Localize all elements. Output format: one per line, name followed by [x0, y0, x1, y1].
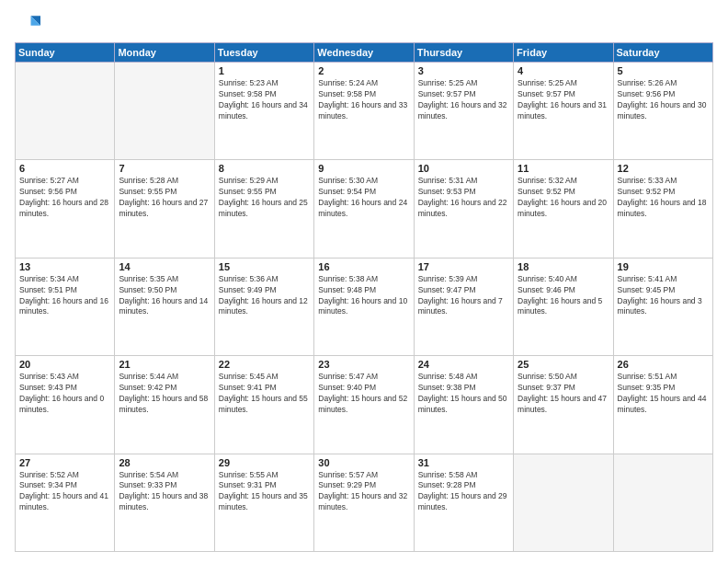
calendar-cell: 2Sunrise: 5:24 AMSunset: 9:58 PMDaylight…: [314, 63, 414, 160]
day-info: Sunrise: 5:32 AMSunset: 9:52 PMDaylight:…: [518, 176, 609, 220]
day-number: 10: [418, 163, 509, 174]
day-header-tuesday: Tuesday: [214, 43, 313, 63]
day-header-wednesday: Wednesday: [314, 43, 414, 63]
day-number: 8: [219, 163, 310, 174]
calendar-cell: 15Sunrise: 5:36 AMSunset: 9:49 PMDayligh…: [214, 258, 313, 355]
day-info: Sunrise: 5:36 AMSunset: 9:49 PMDaylight:…: [219, 274, 310, 318]
calendar-cell: 4Sunrise: 5:25 AMSunset: 9:57 PMDaylight…: [514, 63, 613, 160]
day-number: 27: [19, 457, 110, 468]
day-header-friday: Friday: [514, 43, 613, 63]
day-info: Sunrise: 5:23 AMSunset: 9:58 PMDaylight:…: [219, 78, 310, 122]
day-info: Sunrise: 5:31 AMSunset: 9:53 PMDaylight:…: [418, 176, 509, 220]
day-number: 30: [318, 457, 409, 468]
day-info: Sunrise: 5:27 AMSunset: 9:56 PMDaylight:…: [19, 176, 110, 220]
calendar-cell: 12Sunrise: 5:33 AMSunset: 9:52 PMDayligh…: [613, 160, 712, 258]
day-number: 13: [19, 261, 110, 272]
day-number: 19: [618, 261, 709, 272]
day-number: 24: [418, 359, 509, 370]
day-info: Sunrise: 5:33 AMSunset: 9:52 PMDaylight:…: [618, 176, 709, 220]
day-info: Sunrise: 5:48 AMSunset: 9:38 PMDaylight:…: [418, 372, 509, 416]
calendar-cell: 10Sunrise: 5:31 AMSunset: 9:53 PMDayligh…: [414, 160, 513, 258]
week-row-0: 1Sunrise: 5:23 AMSunset: 9:58 PMDaylight…: [16, 63, 713, 160]
day-info: Sunrise: 5:47 AMSunset: 9:40 PMDaylight:…: [318, 372, 409, 416]
day-number: 29: [219, 457, 310, 468]
day-number: 14: [119, 261, 210, 272]
calendar-cell: 24Sunrise: 5:48 AMSunset: 9:38 PMDayligh…: [414, 356, 513, 454]
day-info: Sunrise: 5:58 AMSunset: 9:28 PMDaylight:…: [418, 470, 509, 514]
calendar-cell: 18Sunrise: 5:40 AMSunset: 9:46 PMDayligh…: [514, 258, 613, 355]
day-number: 28: [119, 457, 210, 468]
week-row-1: 6Sunrise: 5:27 AMSunset: 9:56 PMDaylight…: [16, 160, 713, 258]
day-info: Sunrise: 5:30 AMSunset: 9:54 PMDaylight:…: [318, 176, 409, 220]
calendar-cell: [514, 454, 613, 551]
day-info: Sunrise: 5:52 AMSunset: 9:34 PMDaylight:…: [19, 470, 110, 514]
day-info: Sunrise: 5:26 AMSunset: 9:56 PMDaylight:…: [618, 78, 709, 122]
calendar-cell: 5Sunrise: 5:26 AMSunset: 9:56 PMDaylight…: [613, 63, 712, 160]
day-number: 1: [219, 65, 310, 76]
day-info: Sunrise: 5:41 AMSunset: 9:45 PMDaylight:…: [618, 274, 709, 318]
calendar-cell: 29Sunrise: 5:55 AMSunset: 9:31 PMDayligh…: [214, 454, 313, 551]
calendar-cell: 31Sunrise: 5:58 AMSunset: 9:28 PMDayligh…: [414, 454, 513, 551]
day-number: 9: [318, 163, 409, 174]
day-info: Sunrise: 5:40 AMSunset: 9:46 PMDaylight:…: [518, 274, 609, 318]
day-header-thursday: Thursday: [414, 43, 513, 63]
week-row-2: 13Sunrise: 5:34 AMSunset: 9:51 PMDayligh…: [16, 258, 713, 355]
calendar-cell: 17Sunrise: 5:39 AMSunset: 9:47 PMDayligh…: [414, 258, 513, 355]
day-number: 26: [618, 359, 709, 370]
calendar-cell: [16, 63, 115, 160]
day-number: 3: [418, 65, 509, 76]
day-info: Sunrise: 5:29 AMSunset: 9:55 PMDaylight:…: [219, 176, 310, 220]
calendar-body: 1Sunrise: 5:23 AMSunset: 9:58 PMDaylight…: [16, 63, 713, 552]
day-number: 2: [318, 65, 409, 76]
logo: [15, 11, 44, 37]
day-number: 5: [618, 65, 709, 76]
logo-icon: [15, 11, 40, 37]
day-info: Sunrise: 5:51 AMSunset: 9:35 PMDaylight:…: [618, 372, 709, 416]
calendar-cell: 16Sunrise: 5:38 AMSunset: 9:48 PMDayligh…: [314, 258, 414, 355]
day-number: 22: [219, 359, 310, 370]
day-info: Sunrise: 5:35 AMSunset: 9:50 PMDaylight:…: [119, 274, 210, 318]
day-number: 31: [418, 457, 509, 468]
calendar-cell: 30Sunrise: 5:57 AMSunset: 9:29 PMDayligh…: [314, 454, 414, 551]
day-info: Sunrise: 5:28 AMSunset: 9:55 PMDaylight:…: [119, 176, 210, 220]
calendar-cell: 20Sunrise: 5:43 AMSunset: 9:43 PMDayligh…: [16, 356, 115, 454]
day-number: 4: [518, 65, 609, 76]
day-info: Sunrise: 5:50 AMSunset: 9:37 PMDaylight:…: [518, 372, 609, 416]
calendar-cell: 14Sunrise: 5:35 AMSunset: 9:50 PMDayligh…: [115, 258, 214, 355]
day-info: Sunrise: 5:55 AMSunset: 9:31 PMDaylight:…: [219, 470, 310, 514]
calendar-cell: 1Sunrise: 5:23 AMSunset: 9:58 PMDaylight…: [214, 63, 313, 160]
day-number: 6: [19, 163, 110, 174]
day-info: Sunrise: 5:39 AMSunset: 9:47 PMDaylight:…: [418, 274, 509, 318]
calendar-table: SundayMondayTuesdayWednesdayThursdayFrid…: [15, 42, 713, 552]
calendar-cell: 28Sunrise: 5:54 AMSunset: 9:33 PMDayligh…: [115, 454, 214, 551]
day-info: Sunrise: 5:54 AMSunset: 9:33 PMDaylight:…: [119, 470, 210, 514]
header: [15, 11, 713, 37]
calendar-cell: 11Sunrise: 5:32 AMSunset: 9:52 PMDayligh…: [514, 160, 613, 258]
week-row-4: 27Sunrise: 5:52 AMSunset: 9:34 PMDayligh…: [16, 454, 713, 551]
calendar-cell: 22Sunrise: 5:45 AMSunset: 9:41 PMDayligh…: [214, 356, 313, 454]
calendar-cell: 9Sunrise: 5:30 AMSunset: 9:54 PMDaylight…: [314, 160, 414, 258]
day-info: Sunrise: 5:43 AMSunset: 9:43 PMDaylight:…: [19, 372, 110, 416]
calendar-header: SundayMondayTuesdayWednesdayThursdayFrid…: [16, 43, 713, 63]
calendar-cell: 26Sunrise: 5:51 AMSunset: 9:35 PMDayligh…: [613, 356, 712, 454]
day-info: Sunrise: 5:34 AMSunset: 9:51 PMDaylight:…: [19, 274, 110, 318]
day-number: 25: [518, 359, 609, 370]
day-number: 17: [418, 261, 509, 272]
day-info: Sunrise: 5:25 AMSunset: 9:57 PMDaylight:…: [418, 78, 509, 122]
calendar-cell: [115, 63, 214, 160]
day-number: 15: [219, 261, 310, 272]
day-info: Sunrise: 5:45 AMSunset: 9:41 PMDaylight:…: [219, 372, 310, 416]
calendar-cell: 6Sunrise: 5:27 AMSunset: 9:56 PMDaylight…: [16, 160, 115, 258]
calendar-cell: 7Sunrise: 5:28 AMSunset: 9:55 PMDaylight…: [115, 160, 214, 258]
day-number: 11: [518, 163, 609, 174]
day-info: Sunrise: 5:24 AMSunset: 9:58 PMDaylight:…: [318, 78, 409, 122]
calendar-cell: 8Sunrise: 5:29 AMSunset: 9:55 PMDaylight…: [214, 160, 313, 258]
week-row-3: 20Sunrise: 5:43 AMSunset: 9:43 PMDayligh…: [16, 356, 713, 454]
calendar-cell: 23Sunrise: 5:47 AMSunset: 9:40 PMDayligh…: [314, 356, 414, 454]
day-header-monday: Monday: [115, 43, 214, 63]
calendar-cell: 19Sunrise: 5:41 AMSunset: 9:45 PMDayligh…: [613, 258, 712, 355]
day-number: 12: [618, 163, 709, 174]
calendar-cell: [613, 454, 712, 551]
calendar-cell: 13Sunrise: 5:34 AMSunset: 9:51 PMDayligh…: [16, 258, 115, 355]
calendar-cell: 3Sunrise: 5:25 AMSunset: 9:57 PMDaylight…: [414, 63, 513, 160]
